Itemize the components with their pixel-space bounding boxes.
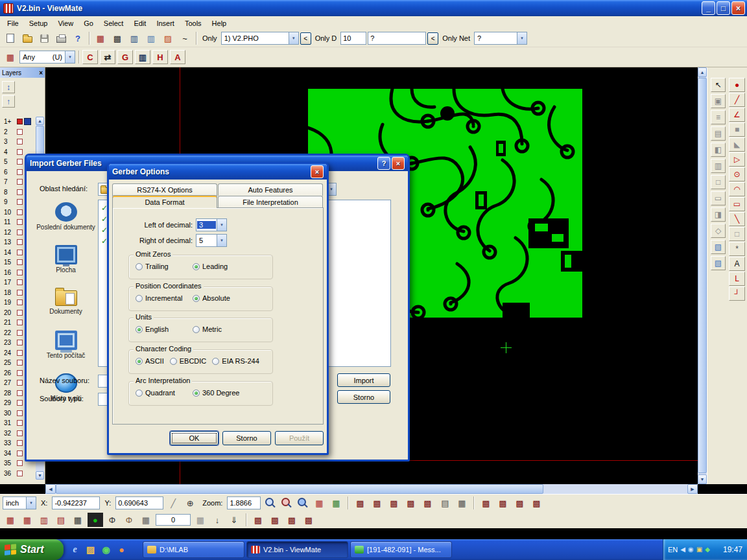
close-button[interactable]: × <box>731 1 745 15</box>
ok-button[interactable]: OK <box>170 431 219 445</box>
tray-icon[interactable]: ◉ <box>688 546 694 553</box>
layer-color-chip[interactable] <box>17 219 23 225</box>
grid-tool-button[interactable]: ▦ <box>70 513 86 527</box>
quick-launch-icon[interactable]: ◉ <box>100 543 112 556</box>
only-layer-label[interactable]: Only <box>200 34 220 42</box>
quick-launch-icon[interactable]: ▨ <box>84 543 97 556</box>
scroll-down-icon[interactable]: ▼ <box>36 471 44 480</box>
edit-tool-button[interactable]: ▥ <box>711 159 726 173</box>
menu-item[interactable]: Insert <box>151 18 180 29</box>
edit-tool-button[interactable]: ↖ <box>711 78 726 92</box>
gerber-options-titlebar[interactable]: Gerber Options × <box>109 164 327 180</box>
layer-color-chip[interactable] <box>17 199 23 205</box>
display-mode-button[interactable]: ▩ <box>478 496 493 510</box>
dropdown-arrow-icon[interactable]: ▼ <box>65 51 75 63</box>
draw-tool-button[interactable]: ∠ <box>729 108 745 122</box>
toolbar-icon-button[interactable]: ▩ <box>110 31 125 45</box>
snap-tool-button[interactable]: ⇓ <box>226 513 242 527</box>
radio-option[interactable]: ASCII <box>136 357 164 365</box>
window-titlebar[interactable]: V2.bin - ViewMate _ □ × <box>0 0 747 16</box>
zoom-fit-icon[interactable] <box>295 496 309 509</box>
draw-tool-button[interactable]: * <box>729 242 745 256</box>
x-coordinate-input[interactable] <box>52 496 100 509</box>
scrollbar-thumb[interactable] <box>698 78 707 473</box>
horizontal-scrollbar[interactable]: ◀ ▶ <box>45 484 698 494</box>
grid-tool-button[interactable]: ▦ <box>19 513 35 527</box>
highlight-tool-button[interactable]: ● <box>88 513 103 527</box>
scrollbar-thumb[interactable] <box>56 484 543 494</box>
taskbar-task-button[interactable]: [191-482-091] - Mess... <box>350 541 452 558</box>
vertical-scrollbar[interactable]: ▲ ▼ <box>698 67 707 484</box>
menu-item[interactable]: Help <box>207 18 232 29</box>
layer-color-chip[interactable] <box>17 259 23 265</box>
tab[interactable]: RS274-X Options <box>112 183 217 196</box>
layer-color-chip[interactable] <box>17 299 23 305</box>
dropdown-arrow-icon[interactable]: ▼ <box>217 235 226 246</box>
layer-color-chip[interactable] <box>17 119 23 124</box>
scroll-down-icon[interactable]: ▼ <box>698 474 707 484</box>
aperture-tool-button[interactable]: G <box>117 50 133 64</box>
scroll-up-icon[interactable]: ▲ <box>36 117 44 125</box>
radio-option[interactable]: Incremental <box>136 294 193 302</box>
toolbar-icon-button[interactable]: ▦ <box>3 50 18 64</box>
menu-item[interactable]: Edit <box>128 18 151 29</box>
measure-tool-button[interactable]: ╱ <box>165 496 181 510</box>
display-mode-button[interactable]: ▩ <box>352 496 368 510</box>
display-mode-button[interactable]: ▩ <box>369 496 385 510</box>
dropdown-arrow-icon[interactable]: ▼ <box>217 219 226 231</box>
layer-color-chip[interactable] <box>17 420 23 426</box>
grid-tool-button[interactable]: ▥ <box>36 513 52 527</box>
dialog-help-button[interactable]: ? <box>377 157 390 170</box>
layer-color-chip[interactable] <box>17 450 23 456</box>
radio-option[interactable]: Leading <box>193 262 250 270</box>
draw-tool-button[interactable]: A <box>729 257 745 271</box>
layer-color-chip[interactable] <box>17 169 23 175</box>
measure-tool-button[interactable]: ⊕ <box>182 496 198 510</box>
edit-tool-button[interactable]: ≡ <box>711 110 726 124</box>
print-button[interactable] <box>53 31 69 45</box>
tab[interactable]: File Interpretation <box>218 196 323 208</box>
layer-color-chip[interactable] <box>17 189 23 195</box>
draw-tool-button[interactable]: ╱ <box>729 93 745 107</box>
layer-color-chip[interactable] <box>17 229 23 235</box>
rotation-value-box[interactable]: 0 <box>156 514 191 526</box>
zoom-input[interactable] <box>227 496 261 509</box>
zoom-in-icon[interactable] <box>263 496 277 509</box>
edit-tool-button[interactable]: ▧ <box>711 240 726 254</box>
draw-tool-button[interactable]: ┘ <box>729 286 745 301</box>
edit-tool-button[interactable]: □ <box>711 175 726 189</box>
tray-icon[interactable]: ▣ <box>696 546 702 553</box>
display-mode-button[interactable]: ▩ <box>512 496 527 510</box>
toolbar-icon-button[interactable]: ▦ <box>93 31 108 45</box>
edit-tool-button[interactable]: ◧ <box>711 143 726 157</box>
context-help-button[interactable]: ? <box>70 31 86 45</box>
tab[interactable]: Auto Features <box>218 183 323 196</box>
radio-option[interactable]: Metric <box>193 325 250 333</box>
toolbar-icon-button[interactable]: ▥ <box>126 31 142 45</box>
layer-color-chip[interactable] <box>17 250 23 255</box>
radio-option[interactable]: Trailing <box>136 262 193 270</box>
layer-color-chip[interactable] <box>17 460 23 466</box>
active-layer-select[interactable]: 1) V2.PHO ▼ <box>221 32 299 45</box>
dcode-input[interactable] <box>340 32 366 45</box>
save-file-button[interactable] <box>36 31 52 45</box>
taskbar-task-button[interactable]: D:\MLAB <box>143 541 244 558</box>
right-of-decimal-select[interactable]: 5 ▼ <box>196 234 227 247</box>
display-mode-button[interactable]: ▩ <box>495 496 510 510</box>
edit-tool-button[interactable]: ◨ <box>711 207 726 222</box>
snap-tool-button[interactable]: ↓ <box>209 513 225 527</box>
import-button[interactable]: Import <box>337 373 390 387</box>
draw-tool-button[interactable]: ◣ <box>729 137 745 152</box>
scroll-right-icon[interactable]: ▶ <box>687 484 698 494</box>
aperture-tool-button[interactable]: A <box>170 50 185 64</box>
only-net-label[interactable]: Only Net <box>440 34 473 42</box>
pattern-tool-button[interactable]: ▩ <box>267 513 283 527</box>
tray-icon[interactable]: ◆ <box>705 546 710 553</box>
display-mode-button[interactable]: ▩ <box>403 496 418 510</box>
layer-color-chip[interactable] <box>17 350 23 356</box>
radio-option[interactable]: English <box>136 325 193 333</box>
menu-item[interactable]: Setup <box>24 18 53 29</box>
draw-tool-button[interactable]: ⊙ <box>729 167 745 181</box>
tab[interactable]: Data Format <box>112 195 217 208</box>
layer-color-chip[interactable] <box>17 400 23 406</box>
